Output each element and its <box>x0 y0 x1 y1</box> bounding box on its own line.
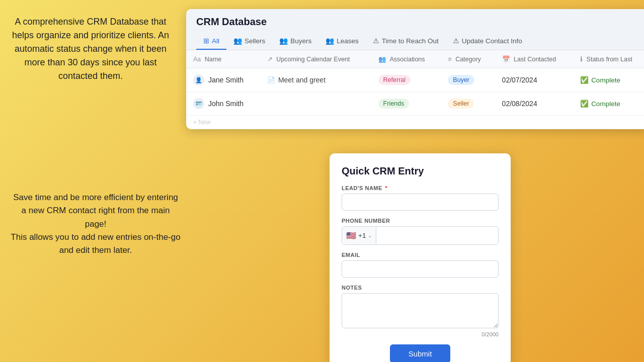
left-bottom-description: Save time and be more efficient by enter… <box>10 191 181 257</box>
tab-leases[interactable]: 👥 Leases <box>318 33 366 50</box>
quick-crm-form: Quick CRM Entry LEAD'S NAME * PHONE NUMB… <box>330 153 511 362</box>
col-last-contacted: 📅 Last Contacted <box>495 50 574 68</box>
table-row[interactable]: 🪪 John Smith Friends Seller 02/08/2024 <box>186 92 644 116</box>
col-cat-icon: ≡ <box>448 56 451 63</box>
row2-name-cell: 🪪 John Smith <box>186 92 260 116</box>
col-upcoming-event: ↗ Upcoming Calendar Event <box>260 50 371 68</box>
col-associations: 👥 Associations <box>371 50 441 68</box>
row2-event-cell <box>260 92 371 116</box>
quick-form-title: Quick CRM Entry <box>342 165 499 177</box>
email-field: EMAIL <box>342 252 499 278</box>
col-status-icon: ℹ <box>580 56 583 63</box>
row1-association-cell: Referral <box>371 68 441 92</box>
email-label: EMAIL <box>342 252 499 258</box>
tab-all-label: All <box>212 37 219 45</box>
partial-row: + New <box>186 116 644 129</box>
row2-status-cell: ✅ Complete <box>573 92 644 116</box>
tab-buyers-label: Buyers <box>290 37 311 45</box>
tab-update-icon: ⚠ <box>453 37 459 45</box>
row2-avatar: 🪪 <box>193 98 204 109</box>
notes-char-count: 0/2000 <box>342 331 499 337</box>
row1-name-cell: 👤 Jane Smith <box>186 68 260 92</box>
crm-table-wrap: Aa Name ↗ Upcoming Calendar Event 👥 Asso… <box>186 50 644 129</box>
table-header-row: Aa Name ↗ Upcoming Calendar Event 👥 Asso… <box>186 50 644 68</box>
col-category: ≡ Category <box>441 50 495 68</box>
notes-textarea[interactable] <box>342 293 499 328</box>
row1-event-cell: 📄 Meet and greet <box>260 68 371 92</box>
col-status-from: ℹ Status from Last <box>573 50 644 68</box>
col-last-label: Last Contacted <box>514 56 556 63</box>
tab-update-label: Update Contact Info <box>462 37 522 45</box>
col-name-label: Name <box>205 56 221 63</box>
row2-name: John Smith <box>208 100 244 108</box>
tab-sellers-label: Sellers <box>245 37 265 45</box>
country-code: +1 <box>358 232 366 239</box>
tab-buyers[interactable]: 👥 Buyers <box>272 33 318 50</box>
row2-category-cell: Seller <box>441 92 495 116</box>
crm-tabs: ⊞ All 👥 Sellers 👥 Buyers 👥 Leases ⚠ Time… <box>196 33 639 50</box>
tab-all-icon: ⊞ <box>203 37 209 45</box>
row1-category-badge: Buyer <box>448 75 474 85</box>
phone-row: 🇺🇸 +1 ⌄ <box>342 226 499 245</box>
col-name-icon: Aa <box>193 56 201 63</box>
tab-update-contact[interactable]: ⚠ Update Contact Info <box>446 33 529 50</box>
tab-leases-label: Leases <box>337 37 359 45</box>
chevron-icon: ⌄ <box>368 233 372 238</box>
submit-button[interactable]: Submit <box>390 344 450 362</box>
row2-status: Complete <box>591 100 620 108</box>
row2-last-contacted: 02/08/2024 <box>495 92 574 116</box>
col-event-icon: ↗ <box>267 56 273 63</box>
crm-database-window: CRM Database ⊞ All 👥 Sellers 👥 Buyers 👥 … <box>186 9 644 129</box>
tab-sellers[interactable]: 👥 Sellers <box>226 33 272 50</box>
tab-reach-label: Time to Reach Out <box>382 37 439 45</box>
tab-buyers-icon: 👥 <box>279 37 288 45</box>
tab-time-to-reach-out[interactable]: ⚠ Time to Reach Out <box>366 33 446 50</box>
lead-name-required: * <box>383 185 387 191</box>
row1-last-contacted: 02/07/2024 <box>495 68 574 92</box>
email-input[interactable] <box>342 260 499 278</box>
lead-name-label: LEAD'S NAME * <box>342 185 499 191</box>
col-event-label: Upcoming Calendar Event <box>276 56 350 63</box>
partial-row-cell: + New <box>186 116 644 129</box>
col-name: Aa Name <box>186 50 260 68</box>
row1-status: Complete <box>591 76 620 84</box>
row2-association-cell: Friends <box>371 92 441 116</box>
phone-label: PHONE NUMBER <box>342 218 499 224</box>
row2-association-badge: Friends <box>378 99 410 109</box>
tab-reach-icon: ⚠ <box>373 37 379 45</box>
row1-check-icon: ✅ <box>580 76 589 84</box>
left-top-description: A comprehensive CRM Database that helps … <box>10 15 171 83</box>
lead-name-field: LEAD'S NAME * <box>342 185 499 211</box>
crm-title: CRM Database <box>196 16 639 28</box>
notes-field: NOTES 0/2000 <box>342 285 499 337</box>
notes-label: NOTES <box>342 285 499 291</box>
row1-event: Meet and greet <box>278 76 326 84</box>
row1-status-cell: ✅ Complete <box>573 68 644 92</box>
col-assoc-icon: 👥 <box>378 56 386 63</box>
phone-prefix[interactable]: 🇺🇸 +1 ⌄ <box>342 227 376 244</box>
col-cat-label: Category <box>455 56 481 63</box>
col-status-label: Status from Last <box>587 56 632 63</box>
crm-title-bar: CRM Database ⊞ All 👥 Sellers 👥 Buyers 👥 … <box>186 9 644 50</box>
row1-association-badge: Referral <box>378 75 411 85</box>
table-row[interactable]: 👤 Jane Smith 📄 Meet and greet Referral <box>186 68 644 92</box>
left-bottom-text-line1: Save time and be more efficient by enter… <box>11 193 180 255</box>
flag-icon: 🇺🇸 <box>346 231 356 240</box>
phone-number-field: PHONE NUMBER 🇺🇸 +1 ⌄ <box>342 218 499 245</box>
crm-table: Aa Name ↗ Upcoming Calendar Event 👥 Asso… <box>186 50 644 129</box>
col-assoc-label: Associations <box>389 56 425 63</box>
row1-category-cell: Buyer <box>441 68 495 92</box>
row2-check-icon: ✅ <box>580 100 589 108</box>
row1-avatar: 👤 <box>193 74 204 85</box>
row2-category-badge: Seller <box>448 99 474 109</box>
col-last-icon: 📅 <box>502 56 510 63</box>
lead-name-input[interactable] <box>342 194 499 211</box>
tab-leases-icon: 👥 <box>326 37 334 45</box>
row1-event-icon: 📄 <box>267 76 275 84</box>
tab-sellers-icon: 👥 <box>233 37 242 45</box>
phone-input[interactable] <box>376 228 498 244</box>
tab-all[interactable]: ⊞ All <box>196 33 226 50</box>
row1-name: Jane Smith <box>208 76 244 84</box>
